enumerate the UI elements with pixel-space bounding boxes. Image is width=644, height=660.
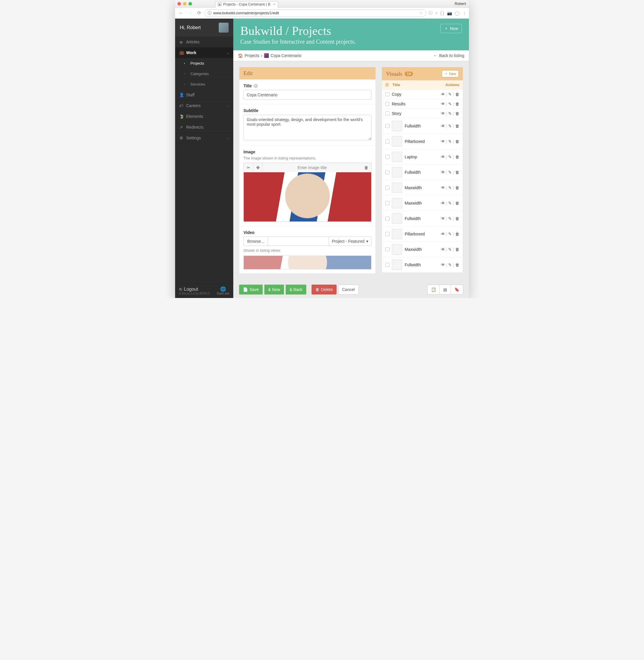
trash-icon[interactable]: 🗑 — [455, 185, 459, 190]
eye-icon[interactable]: 👁 — [441, 232, 445, 236]
back-to-listing-link[interactable]: ← Back to listing — [433, 53, 464, 58]
nav-item-articles[interactable]: ≣Articles — [175, 37, 233, 47]
trash-icon[interactable]: 🗑 — [455, 263, 459, 267]
delete-button[interactable]: 🗑 Delete — [312, 285, 337, 294]
nav-item-projects[interactable]: Projects — [175, 58, 233, 69]
edit-icon[interactable]: ✎ — [448, 201, 452, 205]
info-icon[interactable]: ⓘ — [208, 10, 211, 16]
eye-icon[interactable]: 👁 — [441, 111, 445, 116]
ext-info-icon[interactable]: ⓘ — [429, 10, 433, 16]
title-input[interactable] — [244, 90, 371, 100]
eye-icon[interactable]: 👁 — [441, 263, 445, 267]
reload-icon[interactable]: ⟳ — [196, 10, 202, 16]
trash-icon[interactable]: 🗑 — [455, 92, 459, 96]
visual-title[interactable]: Fullwidth — [405, 124, 439, 128]
copy-icon[interactable]: 📋 — [427, 285, 439, 294]
row-checkbox[interactable] — [385, 111, 390, 115]
image-title-input[interactable]: Enter image title — [263, 163, 361, 172]
crop-icon[interactable]: ✂ — [244, 163, 253, 172]
crumb-root[interactable]: Projects — [245, 53, 259, 58]
trash-icon[interactable]: 🗑 — [455, 139, 459, 144]
eye-icon[interactable]: 👁 — [441, 102, 445, 106]
row-checkbox[interactable] — [385, 186, 390, 190]
browser-menu-icon[interactable]: ⋮ — [462, 11, 466, 16]
open-site-link[interactable]: 🌐 Open site — [217, 286, 229, 295]
new-button[interactable]: ＋ New — [440, 24, 462, 33]
row-checkbox[interactable] — [385, 124, 390, 128]
edit-icon[interactable]: ✎ — [448, 111, 452, 116]
trash-icon[interactable]: 🗑 — [455, 201, 459, 205]
browser-tab[interactable]: ▣ Projects - Copa Centenario | B × — [215, 1, 278, 7]
video-type-dropdown[interactable]: Project - Featured ▾ — [329, 237, 371, 246]
visual-title[interactable]: Fullwidth — [405, 263, 439, 267]
trash-icon[interactable]: 🗑 — [455, 247, 459, 252]
visual-title[interactable]: Story — [392, 111, 439, 116]
eye-icon[interactable]: 👁 — [441, 247, 445, 252]
visual-title[interactable]: Pillarboxed — [405, 139, 439, 144]
row-checkbox[interactable] — [385, 263, 390, 267]
trash-icon[interactable]: 🗑 — [455, 170, 459, 175]
row-checkbox[interactable] — [385, 217, 390, 221]
select-all-icon[interactable]: ☑ — [385, 83, 392, 87]
visual-title[interactable]: Pillarboxed — [405, 232, 439, 236]
row-checkbox[interactable] — [385, 92, 390, 96]
edit-icon[interactable]: ✎ — [448, 232, 452, 236]
nav-item-careers[interactable]: 🏷Careers⌄ — [175, 101, 233, 111]
eye-icon[interactable]: 👁 — [441, 139, 445, 144]
list-icon[interactable]: ▤ — [439, 285, 451, 294]
trash-icon[interactable]: 🗑 — [455, 124, 459, 128]
trash-icon[interactable]: 🗑 — [455, 102, 459, 106]
nav-back-icon[interactable]: ← — [178, 10, 184, 16]
eye-icon[interactable]: 👁 — [441, 185, 445, 190]
row-checkbox[interactable] — [385, 102, 390, 106]
visual-title[interactable]: Fullwidth — [405, 216, 439, 221]
visual-title[interactable]: Maxwidth — [405, 185, 439, 190]
eye-icon[interactable]: 👁 — [441, 124, 445, 128]
trash-icon[interactable]: 🗑 — [455, 111, 459, 116]
trash-icon[interactable]: 🗑 — [455, 232, 459, 236]
video-path-input[interactable] — [268, 237, 329, 246]
home-icon[interactable]: 🏠 — [238, 53, 243, 58]
help-icon[interactable]: ? — [254, 84, 258, 88]
visual-title[interactable]: Copy — [392, 92, 439, 96]
move-icon[interactable]: ✥ — [253, 163, 263, 172]
eye-icon[interactable]: 👁 — [441, 92, 445, 96]
row-checkbox[interactable] — [385, 139, 390, 144]
ext-camera-icon[interactable]: 📷 — [447, 11, 452, 16]
ext-brackets-icon[interactable]: { } — [440, 11, 444, 16]
save-and-new-button[interactable]: & New — [264, 285, 284, 294]
edit-icon[interactable]: ✎ — [448, 263, 452, 267]
edit-icon[interactable]: ✎ — [448, 102, 452, 106]
nav-forward-icon[interactable]: → — [187, 10, 194, 16]
nav-item-services[interactable]: Services — [175, 79, 233, 90]
nav-item-staff[interactable]: 👤Staff — [175, 90, 233, 101]
subtitle-input[interactable]: Goals-oriented strategy, design, and dev… — [244, 115, 371, 140]
edit-icon[interactable]: ✎ — [448, 139, 452, 144]
browse-button[interactable]: Browse... — [244, 237, 268, 246]
save-button[interactable]: 📄 Save — [239, 285, 263, 294]
star-icon[interactable]: ☆ — [419, 11, 423, 15]
row-checkbox[interactable] — [385, 155, 390, 159]
edit-icon[interactable]: ✎ — [448, 170, 452, 175]
edit-icon[interactable]: ✎ — [448, 216, 452, 221]
nav-item-categories[interactable]: Categories — [175, 69, 233, 79]
url-field[interactable]: ⓘ www.bukwild.com/admin/projects/1/edit … — [205, 9, 426, 17]
edit-icon[interactable]: ✎ — [448, 124, 452, 128]
eye-icon[interactable]: 👁 — [441, 170, 445, 175]
visual-title[interactable]: Fullwidth — [405, 170, 439, 175]
nav-item-elements[interactable]: 🍃Elements — [175, 111, 233, 122]
video-preview[interactable] — [244, 256, 371, 269]
col-title[interactable]: Title — [392, 83, 445, 87]
visual-title[interactable]: Results — [392, 102, 439, 106]
eye-icon[interactable]: 👁 — [441, 216, 445, 221]
visual-title[interactable]: Maxwidth — [405, 201, 439, 205]
user-avatar[interactable] — [219, 23, 229, 32]
edit-icon[interactable]: ✎ — [448, 247, 452, 252]
row-checkbox[interactable] — [385, 232, 390, 236]
cancel-button[interactable]: Cancel — [338, 285, 359, 294]
window-close[interactable] — [178, 2, 181, 5]
row-checkbox[interactable] — [385, 170, 390, 174]
image-preview[interactable] — [244, 172, 371, 222]
ext-circle-icon[interactable]: ◯ — [455, 11, 460, 16]
save-and-back-button[interactable]: & Back — [286, 285, 306, 294]
